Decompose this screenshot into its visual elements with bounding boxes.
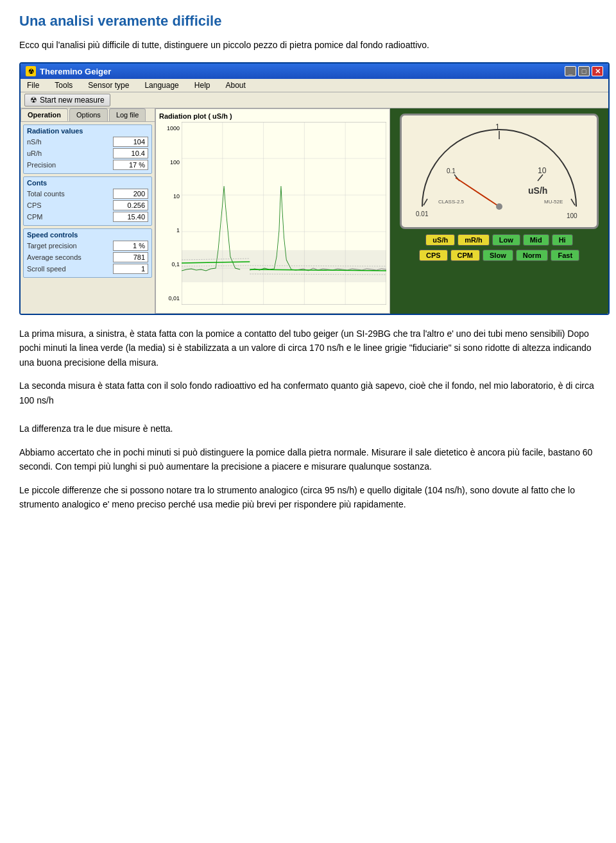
tab-options[interactable]: Options: [69, 108, 108, 121]
minimize-button[interactable]: _: [565, 66, 576, 76]
label-total-counts: Total counts: [27, 190, 69, 198]
y-axis: 1000 100 10 1 0,1 0,01: [159, 122, 182, 305]
tab-bar: Operation Options Log file: [21, 108, 155, 122]
menu-bar: File Tools Sensor type Language Help Abo…: [21, 79, 608, 92]
title-bar-controls: _ □ ✕: [565, 66, 603, 76]
value-total-counts: 200: [113, 189, 148, 199]
chart-gauge-row: Radiation plot ( uS/h ) 1000 100 10 1 0,…: [155, 108, 608, 314]
menu-sensor-type[interactable]: Sensor type: [85, 80, 132, 90]
field-row-average-seconds: Average seconds 781: [27, 252, 148, 262]
radioactive-icon: ☢: [30, 96, 37, 105]
paragraph-4: Le piccole differenze che si possono not…: [19, 483, 597, 512]
title-bar-left: ☢ Theremino Geiger: [26, 66, 111, 76]
value-precision: 17 %: [113, 160, 148, 170]
maximize-button[interactable]: □: [578, 66, 590, 76]
app-body: Operation Options Log file Radiation val…: [21, 108, 608, 314]
menu-file[interactable]: File: [24, 80, 42, 90]
btn-cps[interactable]: CPS: [419, 250, 448, 261]
radiation-values-section: Radiation values nS/h 104 uR/h 10.4 Prec…: [23, 124, 152, 174]
field-row-target-precision: Target precision 1 %: [27, 241, 148, 251]
app-window: ☢ Theremino Geiger _ □ ✕ File Tools Sens…: [19, 62, 610, 315]
menu-help[interactable]: Help: [192, 80, 213, 90]
btn-hi[interactable]: Hi: [552, 234, 573, 246]
label-cpm: CPM: [27, 213, 69, 221]
field-row-cpm: CPM 15.40: [27, 212, 148, 222]
value-nsh: 104: [113, 137, 148, 147]
paragraph-3: Abbiamo accertato che in pochi minuti si…: [19, 445, 597, 474]
value-average-seconds: 781: [113, 252, 148, 262]
field-row-precision: Precision 17 %: [27, 160, 148, 170]
right-panel: Radiation plot ( uS/h ) 1000 100 10 1 0,…: [155, 108, 608, 314]
label-urh: uR/h: [27, 149, 69, 157]
left-panel: Operation Options Log file Radiation val…: [21, 108, 155, 314]
menu-about[interactable]: About: [223, 80, 248, 90]
btn-mid[interactable]: Mid: [523, 234, 549, 246]
btn-ush[interactable]: uS/h: [425, 234, 455, 246]
svg-text:uS/h: uS/h: [528, 185, 547, 196]
btn-fast[interactable]: Fast: [551, 250, 579, 261]
window-title: Theremino Geiger: [40, 67, 111, 76]
field-row-urh: uR/h 10.4: [27, 148, 148, 158]
label-average-seconds: Average seconds: [27, 253, 81, 261]
intro-text: Ecco qui l'analisi più difficile di tutt…: [19, 38, 597, 52]
gauge-svg: 0.01 0.1 1 10 100: [403, 117, 595, 226]
svg-text:100: 100: [567, 212, 578, 219]
chart-svg: [182, 122, 386, 305]
paragraph-2: La seconda misura è stata fatta con il s…: [19, 379, 597, 436]
btn-cpm[interactable]: CPM: [450, 250, 480, 261]
label-cps: CPS: [27, 201, 69, 209]
y-label-001: 0,01: [168, 295, 180, 302]
field-row-scroll-speed: Scroll speed 1: [27, 264, 148, 274]
value-cpm: 15.40: [113, 212, 148, 222]
value-target-precision: 1 %: [113, 241, 148, 251]
y-label-100: 100: [170, 159, 180, 166]
svg-text:0.1: 0.1: [447, 167, 456, 175]
svg-point-33: [496, 203, 502, 210]
toolbar: ☢ Start new measure: [21, 92, 608, 108]
y-label-10: 10: [173, 193, 180, 200]
start-new-measure-button[interactable]: ☢ Start new measure: [24, 94, 110, 106]
menu-tools[interactable]: Tools: [52, 80, 75, 90]
title-bar: ☢ Theremino Geiger _ □ ✕: [21, 64, 608, 79]
y-label-01: 0,1: [171, 261, 180, 268]
page-title: Una analisi veramente difficile: [19, 13, 597, 30]
field-row-nsh: nS/h 104: [27, 137, 148, 147]
svg-text:0.01: 0.01: [416, 210, 429, 217]
chart-area: Radiation plot ( uS/h ) 1000 100 10 1 0,…: [155, 108, 390, 314]
speed-controls-title: Speed controls: [27, 231, 148, 239]
svg-text:MU-52E: MU-52E: [544, 199, 563, 205]
chart-container: 1000 100 10 1 0,1 0,01: [159, 122, 386, 305]
tab-log-file[interactable]: Log file: [109, 108, 146, 121]
close-button[interactable]: ✕: [592, 66, 603, 76]
tab-operation[interactable]: Operation: [21, 108, 68, 121]
conts-section: Conts Total counts 200 CPS 0.256 CPM 15.…: [23, 176, 152, 226]
svg-text:CLASS-2.5: CLASS-2.5: [438, 199, 465, 205]
label-target-precision: Target precision: [27, 242, 77, 250]
btn-slow[interactable]: Slow: [483, 250, 513, 261]
value-urh: 10.4: [113, 148, 148, 158]
menu-language[interactable]: Language: [142, 80, 181, 90]
svg-text:10: 10: [538, 166, 547, 175]
gauge-area: 0.01 0.1 1 10 100: [390, 108, 608, 314]
value-scroll-speed: 1: [113, 264, 148, 274]
svg-text:1: 1: [495, 123, 500, 132]
chart-title: Radiation plot ( uS/h ): [159, 112, 386, 120]
field-row-total-counts: Total counts 200: [27, 189, 148, 199]
y-label-1000: 1000: [167, 125, 180, 132]
conts-title: Conts: [27, 179, 148, 187]
app-icon: ☢: [26, 66, 36, 76]
label-scroll-speed: Scroll speed: [27, 265, 69, 273]
gauge-display: 0.01 0.1 1 10 100: [400, 114, 599, 229]
field-row-cps: CPS 0.256: [27, 200, 148, 210]
label-nsh: nS/h: [27, 138, 69, 146]
speed-controls-section: Speed controls Target precision 1 % Aver…: [23, 228, 152, 278]
value-cps: 0.256: [113, 200, 148, 210]
paragraph-1: La prima misura, a sinistra, è stata fat…: [19, 327, 597, 370]
y-label-1: 1: [176, 227, 180, 234]
btn-norm[interactable]: Norm: [516, 250, 549, 261]
label-precision: Precision: [27, 161, 69, 169]
gauge-buttons-row1: uS/h mR/h Low Mid Hi: [425, 234, 572, 246]
start-measure-label: Start new measure: [40, 96, 105, 105]
btn-low[interactable]: Low: [492, 234, 520, 246]
btn-mrh[interactable]: mR/h: [458, 234, 490, 246]
